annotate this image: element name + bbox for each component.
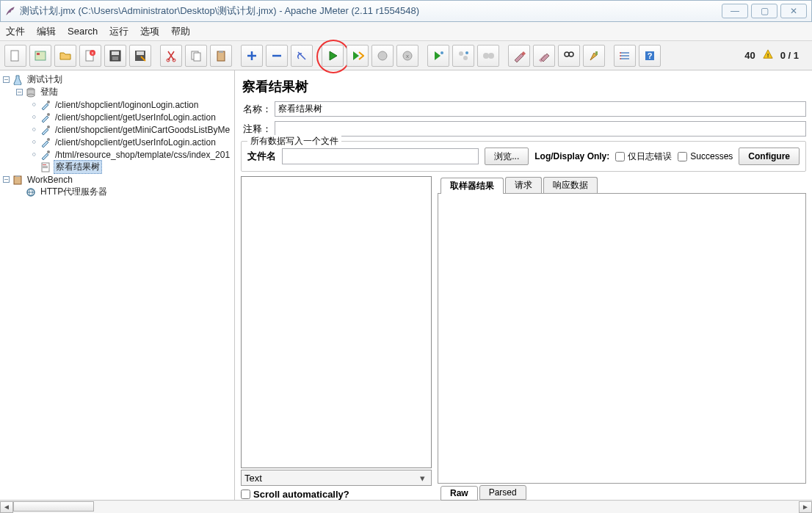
maximize-button[interactable]: ▢ <box>751 4 777 18</box>
tab-raw[interactable]: Raw <box>441 486 478 501</box>
right-panel: 察看结果树 名称： 注释： 所有数据写入一个文件 文件名 浏览... Log/D… <box>235 70 812 500</box>
menu-options[interactable]: 选项 <box>140 25 159 38</box>
function-helper-button[interactable] <box>614 45 636 67</box>
tab-response[interactable]: 响应数据 <box>543 177 598 193</box>
clear-all-button[interactable] <box>533 45 555 67</box>
successes-checkbox[interactable]: Successes <box>678 151 733 161</box>
menu-edit[interactable]: 编辑 <box>37 25 56 38</box>
reset-search-button[interactable] <box>583 45 605 67</box>
menu-run[interactable]: 运行 <box>109 25 128 38</box>
svg-rect-49 <box>43 167 48 168</box>
scroll-left-icon[interactable]: ◄ <box>0 501 13 513</box>
scroll-thumb[interactable] <box>13 501 94 512</box>
minimize-button[interactable]: — <box>722 4 748 18</box>
tree-sampler[interactable]: ○/client/shopclient/getUserInfoLogin.act… <box>0 136 234 148</box>
name-row: 名称： <box>241 101 806 117</box>
shutdown-button[interactable]: x <box>396 45 418 67</box>
results-area: Text ▾ Scroll automatically? 取样器结果 请求 响应… <box>241 176 806 500</box>
cut-button[interactable] <box>160 45 182 67</box>
tree-sampler[interactable]: ○/html/resource_shop/template/css/index_… <box>0 148 234 161</box>
svg-rect-47 <box>43 164 46 165</box>
new-button[interactable] <box>4 45 26 67</box>
dropper-icon <box>40 137 51 148</box>
tab-content <box>438 194 806 484</box>
tab-sampler-result[interactable]: 取样器结果 <box>441 178 504 194</box>
toggle-icon[interactable]: – <box>3 176 10 183</box>
close-button[interactable]: ✕ <box>780 4 807 18</box>
svg-point-20 <box>441 51 443 54</box>
help-button[interactable]: ? <box>639 45 661 67</box>
collapse-button[interactable] <box>266 45 288 67</box>
start-no-pause-button[interactable] <box>347 45 369 67</box>
filename-input[interactable] <box>282 148 479 164</box>
open-button[interactable] <box>54 45 76 67</box>
name-input[interactable] <box>275 101 806 117</box>
dropper-icon <box>40 112 51 123</box>
window-controls: — ▢ ✕ <box>719 4 807 18</box>
tree-workbench[interactable]: – WorkBench <box>0 173 234 186</box>
svg-text:?: ? <box>648 51 653 60</box>
tree-sampler[interactable]: ○/client/shopclient/getUserInfoLogin.act… <box>0 111 234 123</box>
horizontal-scrollbar[interactable]: ◄ ► <box>0 500 812 513</box>
toggle-icon[interactable]: – <box>3 76 10 83</box>
tree-sampler[interactable]: ○/client/shopclient/loginonLogin.action <box>0 98 234 111</box>
svg-point-23 <box>465 51 468 54</box>
tree-sampler[interactable]: ○/client/shopclient/getMiniCartGoodsList… <box>0 123 234 136</box>
clear-button[interactable] <box>508 45 530 67</box>
menu-bar: 文件 编辑 Search 运行 选项 帮助 <box>0 22 812 41</box>
svg-point-17 <box>378 51 387 60</box>
tree-thread-group[interactable]: – 登陆 <box>0 86 234 98</box>
dropper-icon <box>40 100 51 110</box>
dropper-icon <box>40 125 51 135</box>
errors-only-checkbox[interactable]: 仅日志错误 <box>615 150 672 163</box>
leaf-icon: ○ <box>31 101 37 108</box>
remote-start-button[interactable] <box>427 45 449 67</box>
stop-button[interactable] <box>371 45 394 67</box>
result-tabs: 取样器结果 请求 响应数据 <box>438 176 806 194</box>
remote-stop-button[interactable] <box>477 45 499 67</box>
save-button[interactable] <box>104 45 126 67</box>
comment-label: 注释： <box>241 123 272 136</box>
templates-button[interactable] <box>29 45 51 67</box>
clipboard-icon <box>12 175 23 185</box>
menu-file[interactable]: 文件 <box>6 25 25 38</box>
svg-point-40 <box>27 94 35 97</box>
svg-point-44 <box>47 138 50 141</box>
tab-parsed[interactable]: Parsed <box>479 485 526 500</box>
results-list[interactable] <box>241 176 432 468</box>
tree-root[interactable]: – 测试计划 <box>0 73 234 86</box>
svg-rect-7 <box>112 51 119 55</box>
renderer-combo[interactable]: Text ▾ <box>241 470 432 486</box>
menu-search[interactable]: Search <box>68 26 98 37</box>
close-file-button[interactable]: x <box>79 45 101 67</box>
expand-button[interactable] <box>241 45 263 67</box>
tree-proxy[interactable]: HTTP代理服务器 <box>0 186 234 198</box>
toggle-icon[interactable]: – <box>16 89 23 95</box>
svg-text:x: x <box>406 53 409 59</box>
toggle-button[interactable] <box>291 45 313 67</box>
paste-button[interactable] <box>210 45 232 67</box>
scroll-right-icon[interactable]: ► <box>799 501 812 513</box>
menu-help[interactable]: 帮助 <box>171 25 190 38</box>
tab-request[interactable]: 请求 <box>505 177 542 193</box>
status-area: 40 ! 0 / 1 <box>744 49 809 62</box>
svg-rect-28 <box>595 51 598 55</box>
start-button[interactable] <box>322 45 344 67</box>
svg-point-33 <box>620 55 621 57</box>
chevron-down-icon: ▾ <box>416 473 428 484</box>
comment-input[interactable] <box>275 121 806 137</box>
scroll-track[interactable] <box>13 501 799 513</box>
tree-listener-selected[interactable]: 察看结果树 <box>0 161 234 173</box>
page-icon <box>40 162 51 172</box>
save-as-button[interactable] <box>129 45 151 67</box>
remote-start-all-button[interactable] <box>452 45 474 67</box>
svg-rect-30 <box>620 55 629 57</box>
workspace: – 测试计划 – 登陆 ○/client/shopclient/loginonL… <box>0 70 812 500</box>
scroll-auto-checkbox[interactable]: Scroll automatically? <box>241 486 432 500</box>
browse-button[interactable]: 浏览... <box>485 148 529 165</box>
copy-button[interactable] <box>185 45 207 67</box>
panel-title: 察看结果树 <box>241 75 806 101</box>
leaf-icon: ○ <box>31 126 37 133</box>
configure-button[interactable]: Configure <box>739 148 800 165</box>
search-toolbar-button[interactable] <box>558 45 580 67</box>
